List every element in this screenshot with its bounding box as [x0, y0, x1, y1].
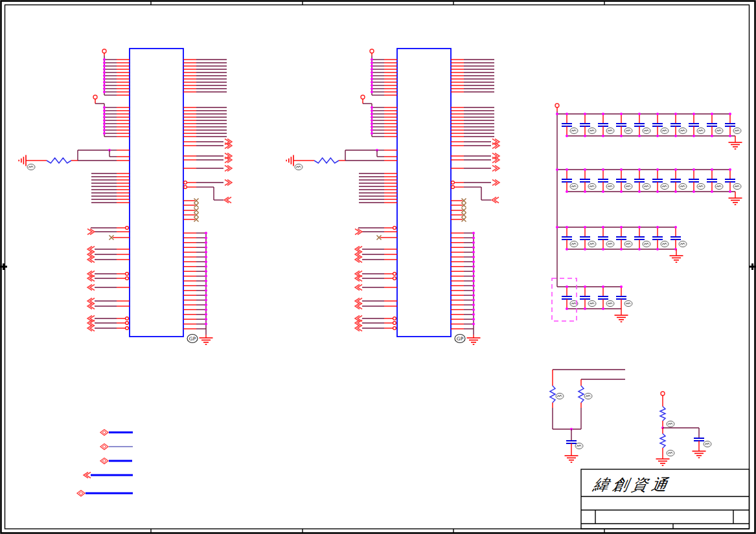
legend-row[interactable] [100, 444, 133, 450]
legend-row[interactable] [100, 458, 132, 464]
capacitor[interactable] [580, 287, 590, 309]
pullup-network[interactable] [550, 370, 625, 462]
port-arrow-icon[interactable] [87, 247, 95, 252]
capacitor[interactable] [634, 227, 645, 249]
capacitor[interactable] [670, 170, 681, 192]
ground-icon[interactable] [200, 335, 213, 344]
port-arrow-icon[interactable] [87, 285, 95, 291]
port-arrow-icon[interactable] [87, 276, 95, 282]
capacitor[interactable] [652, 114, 663, 136]
power-port-icon[interactable] [661, 392, 665, 395]
power-port-icon[interactable] [102, 49, 106, 53]
capacitor[interactable] [634, 114, 645, 136]
port-arrow-icon[interactable] [225, 166, 232, 172]
capacitor[interactable] [652, 170, 663, 192]
capacitor[interactable] [598, 170, 608, 192]
capacitor[interactable] [562, 170, 572, 192]
capacitor[interactable] [652, 227, 663, 249]
voltage-divider[interactable] [656, 392, 712, 465]
power-port-icon[interactable] [555, 104, 559, 107]
ground-icon[interactable] [693, 448, 706, 458]
net-label-gp[interactable]: GP [187, 335, 198, 343]
capacitor[interactable] [616, 227, 626, 249]
port-arrow-icon[interactable] [77, 491, 85, 496]
ground-icon[interactable] [286, 155, 293, 166]
port-arrow-icon[interactable] [225, 180, 232, 186]
capacitor[interactable] [707, 170, 717, 192]
ground-icon[interactable] [565, 452, 578, 462]
capacitor[interactable] [707, 114, 717, 136]
ground-icon[interactable] [467, 335, 481, 344]
capacitor[interactable] [670, 114, 681, 136]
port-arrow-icon[interactable] [84, 473, 91, 478]
capacitor[interactable] [580, 170, 590, 192]
port-arrow-icon[interactable] [355, 285, 362, 291]
capacitor[interactable] [562, 114, 572, 136]
capacitor[interactable] [580, 114, 590, 136]
port-arrow-icon[interactable] [225, 157, 232, 163]
legend-row[interactable] [84, 473, 133, 478]
ic-block-1[interactable]: GP [19, 49, 232, 344]
port-arrow-icon[interactable] [355, 304, 362, 309]
capacitor[interactable] [598, 287, 608, 309]
resistor[interactable] [660, 434, 665, 448]
capacitor[interactable] [689, 114, 699, 136]
power-port-icon[interactable] [370, 49, 374, 53]
legend-row[interactable] [100, 430, 133, 436]
resistor[interactable] [314, 158, 339, 163]
port-arrow-icon[interactable] [224, 197, 231, 203]
port-arrow-icon[interactable] [87, 326, 95, 331]
resistor[interactable] [47, 158, 71, 163]
power-port-icon[interactable] [361, 95, 365, 99]
capacitor[interactable] [616, 170, 626, 192]
ground-icon[interactable] [729, 195, 742, 205]
capacitor[interactable] [725, 170, 735, 192]
ground-icon[interactable] [656, 456, 670, 465]
capacitor[interactable] [598, 114, 608, 136]
port-arrow-icon[interactable] [355, 229, 362, 235]
capacitor[interactable] [562, 227, 572, 249]
ground-icon[interactable] [19, 155, 26, 166]
port-arrow-icon[interactable] [492, 157, 499, 163]
port-arrow-icon[interactable] [100, 458, 108, 464]
port-arrow-icon[interactable] [355, 326, 362, 331]
resistor[interactable] [578, 386, 584, 403]
ic-block-2[interactable]: GP [286, 49, 499, 344]
resistor[interactable] [550, 386, 555, 403]
port-arrow-icon[interactable] [492, 143, 499, 149]
ground-icon[interactable] [615, 312, 628, 322]
port-arrow-icon[interactable] [355, 298, 362, 304]
decoupling-cap-bank[interactable] [552, 104, 742, 322]
port-arrow-icon[interactable] [100, 444, 108, 450]
port-arrow-icon[interactable] [492, 180, 499, 186]
power-port-icon[interactable] [93, 95, 97, 99]
port-arrow-icon[interactable] [492, 166, 499, 172]
ground-icon[interactable] [670, 252, 683, 262]
capacitor[interactable] [616, 287, 626, 309]
port-arrow-icon[interactable] [355, 247, 362, 252]
legend-row[interactable] [77, 491, 133, 496]
net-label-gp[interactable]: GP [455, 335, 465, 343]
port-arrow-icon[interactable] [355, 276, 362, 282]
port-arrow-icon[interactable] [355, 257, 362, 263]
ground-icon[interactable] [729, 139, 742, 149]
port-arrow-icon[interactable] [87, 229, 95, 235]
resistor[interactable] [660, 406, 665, 421]
capacitor[interactable] [670, 227, 681, 249]
port-arrow-icon[interactable] [87, 304, 95, 309]
capacitor[interactable] [725, 114, 735, 136]
port-arrow-icon[interactable] [355, 320, 362, 326]
capacitor[interactable] [580, 227, 590, 249]
port-arrow-icon[interactable] [100, 430, 108, 436]
capacitor[interactable] [689, 170, 699, 192]
port-arrow-icon[interactable] [492, 197, 499, 203]
capacitor[interactable] [598, 227, 608, 249]
port-arrow-icon[interactable] [355, 252, 362, 258]
capacitor[interactable] [616, 114, 626, 136]
capacitor[interactable] [634, 170, 645, 192]
port-arrow-icon[interactable] [87, 320, 95, 326]
port-arrow-icon[interactable] [225, 143, 232, 149]
port-arrow-icon[interactable] [87, 257, 95, 263]
port-arrow-icon[interactable] [87, 298, 95, 304]
port-arrow-icon[interactable] [87, 252, 95, 258]
